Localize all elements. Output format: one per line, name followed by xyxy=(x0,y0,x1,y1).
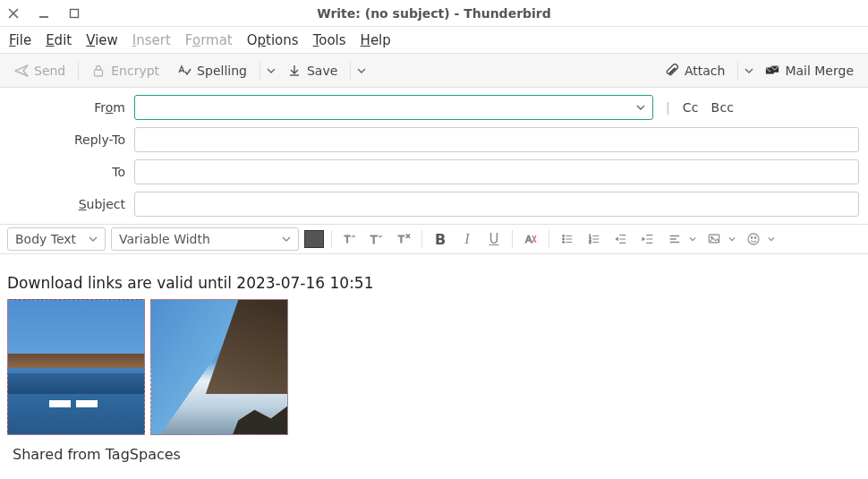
svg-text:3: 3 xyxy=(589,240,591,244)
menu-view[interactable]: View xyxy=(86,32,118,48)
svg-point-9 xyxy=(562,235,564,236)
chevron-down-icon xyxy=(282,235,291,244)
italic-button[interactable]: I xyxy=(456,228,478,250)
mail-merge-label: Mail Merge xyxy=(785,64,854,78)
text-color-swatch[interactable] xyxy=(304,230,324,248)
spelling-label: Spelling xyxy=(197,64,247,78)
compose-headers: From | Cc Bcc Reply-To To Subject xyxy=(0,88,868,224)
chevron-down-icon xyxy=(636,103,645,112)
paragraph-style-select[interactable]: Body Text xyxy=(7,227,106,251)
svg-point-17 xyxy=(748,234,759,244)
insert-image-button[interactable] xyxy=(703,228,725,250)
svg-text:×: × xyxy=(405,233,411,240)
align-button[interactable] xyxy=(664,228,685,250)
separator xyxy=(512,230,513,248)
separator: | xyxy=(666,100,670,115)
send-icon xyxy=(14,64,29,78)
menu-options[interactable]: Options xyxy=(247,32,299,48)
message-body[interactable]: Download links are valid until 2023-07-1… xyxy=(0,254,868,472)
font-face-select[interactable]: Variable Width xyxy=(111,227,299,251)
svg-point-18 xyxy=(751,237,753,239)
attachment-thumbnail[interactable] xyxy=(150,299,288,435)
svg-point-11 xyxy=(562,241,564,243)
menu-edit[interactable]: Edit xyxy=(46,32,72,48)
add-cc-button[interactable]: Cc xyxy=(683,100,699,115)
titlebar: Write: (no subject) - Thunderbird xyxy=(0,0,868,27)
spelling-button[interactable]: Spelling xyxy=(170,60,254,81)
toolbar-separator xyxy=(260,61,260,81)
add-bcc-button[interactable]: Bcc xyxy=(711,100,735,115)
lock-icon xyxy=(91,64,106,78)
svg-rect-0 xyxy=(71,9,79,17)
menu-insert: Insert xyxy=(132,32,171,48)
font-size-increase-button[interactable]: T xyxy=(366,228,387,250)
separator xyxy=(421,230,422,248)
from-label: From xyxy=(9,100,125,115)
mail-merge-icon xyxy=(765,64,779,78)
window-close-button[interactable] xyxy=(7,7,20,20)
outdent-button[interactable] xyxy=(610,228,632,250)
attach-label: Attach xyxy=(685,64,725,78)
emoji-dropdown[interactable] xyxy=(766,234,777,244)
window-maximize-button[interactable] xyxy=(68,7,81,20)
spellcheck-icon xyxy=(177,64,191,78)
shared-from-text: Shared from TagSpaces xyxy=(7,446,861,463)
menubar: File Edit View Insert Format Options Too… xyxy=(0,27,868,54)
indent-button[interactable] xyxy=(637,228,659,250)
mail-merge-button[interactable]: Mail Merge xyxy=(758,60,861,81)
svg-point-16 xyxy=(711,236,712,238)
emoji-button[interactable] xyxy=(743,228,764,250)
to-field[interactable] xyxy=(134,159,859,184)
menu-file[interactable]: File xyxy=(9,32,31,48)
underline-button[interactable]: U xyxy=(483,228,505,250)
menu-format: Format xyxy=(185,32,233,48)
toolbar-separator xyxy=(350,61,351,81)
menu-tools[interactable]: Tools xyxy=(313,32,346,48)
svg-text:T: T xyxy=(397,234,404,245)
separator xyxy=(549,230,549,248)
bullet-list-button[interactable] xyxy=(557,228,578,250)
toolbar-separator xyxy=(737,61,738,81)
save-dropdown[interactable] xyxy=(356,65,367,76)
toolbar-separator xyxy=(78,61,79,81)
paperclip-icon xyxy=(665,64,679,78)
svg-text:T: T xyxy=(370,234,378,246)
save-label: Save xyxy=(307,64,337,78)
menu-help[interactable]: Help xyxy=(361,32,391,48)
save-button[interactable]: Save xyxy=(280,60,345,81)
to-label: To xyxy=(9,165,125,179)
align-dropdown[interactable] xyxy=(687,234,698,244)
send-button: Send xyxy=(7,60,72,81)
font-size-decrease-button[interactable]: T xyxy=(339,228,361,250)
reply-to-label: Reply-To xyxy=(9,133,125,147)
window-title: Write: (no subject) - Thunderbird xyxy=(0,6,868,21)
window-minimize-button[interactable] xyxy=(38,7,50,20)
attach-dropdown[interactable] xyxy=(744,65,754,76)
svg-text:A: A xyxy=(525,234,532,245)
encrypt-label: Encrypt xyxy=(111,64,159,78)
font-size-reset-button[interactable]: T× xyxy=(393,228,414,250)
encrypt-button: Encrypt xyxy=(84,60,166,81)
numbered-list-button[interactable]: 123 xyxy=(583,228,605,250)
remove-formatting-button[interactable]: A xyxy=(520,228,541,250)
from-select[interactable] xyxy=(134,95,653,120)
attachment-thumbnail[interactable] xyxy=(7,299,145,435)
svg-point-19 xyxy=(754,237,756,239)
subject-label: Subject xyxy=(9,197,125,211)
svg-text:T: T xyxy=(344,235,351,244)
reply-to-field[interactable] xyxy=(134,127,859,152)
svg-rect-1 xyxy=(95,70,103,76)
compose-toolbar: Send Encrypt Spelling Save Attach xyxy=(0,54,868,88)
format-toolbar: Body Text Variable Width T T T× B I U A … xyxy=(0,224,868,254)
send-label: Send xyxy=(34,64,65,78)
expiry-text: Download links are valid until 2023-07-1… xyxy=(7,274,861,292)
font-face-value: Variable Width xyxy=(119,232,210,246)
insert-image-dropdown[interactable] xyxy=(727,234,737,244)
separator xyxy=(331,230,332,248)
attach-button[interactable]: Attach xyxy=(658,60,732,81)
svg-point-10 xyxy=(562,238,564,240)
spelling-dropdown[interactable] xyxy=(266,65,277,76)
subject-field[interactable] xyxy=(134,192,859,217)
chevron-down-icon xyxy=(89,235,98,244)
bold-button[interactable]: B xyxy=(430,228,451,250)
